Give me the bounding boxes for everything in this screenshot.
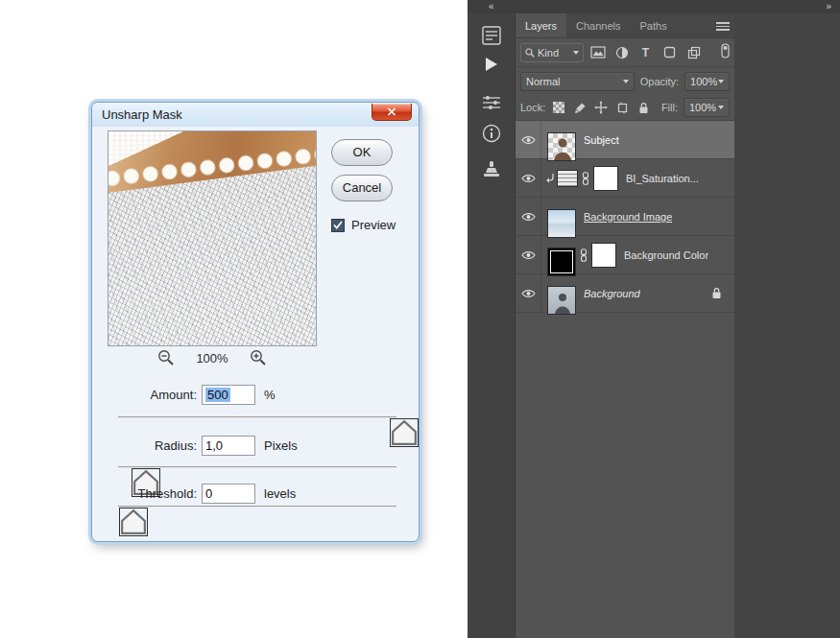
threshold-slider[interactable] [118,501,396,518]
filter-shape-layers-button[interactable] [660,43,680,61]
layer-thumbnail[interactable] [547,209,576,238]
dock-icon-properties[interactable] [468,94,516,111]
fill-dropdown[interactable]: 100% [684,98,730,117]
adjustment-layer-thumbnail[interactable] [557,170,578,187]
preview-image[interactable] [108,130,317,346]
threshold-slider-thumb[interactable] [119,508,148,536]
lock-position-button[interactable] [593,100,609,115]
blend-mode-value: Normal [526,76,560,87]
dock-icon-actions-play[interactable] [468,58,516,71]
layers-panel: Layers Channels Paths Kind [516,13,734,638]
tab-channels[interactable]: Channels [566,13,630,37]
checkmark-icon [333,221,343,229]
dock-icon-info[interactable] [468,123,516,144]
radius-value: 1,0 [205,438,223,453]
brushes-panel-icon [479,23,504,48]
layer-thumbnail[interactable] [547,248,576,276]
amount-field-row: Amount: 500 % [108,385,405,405]
preview-option: Preview [331,218,396,232]
sliders-icon [481,94,502,111]
chevron-down-icon [573,51,579,55]
threshold-unit: levels [264,486,296,501]
layer-lock-indicator[interactable] [711,287,722,299]
amount-slider-track[interactable] [118,416,396,418]
visibility-toggle[interactable] [516,159,541,198]
filter-smart-objects-button[interactable] [684,43,704,61]
tab-layers[interactable]: Layers [516,13,566,37]
filter-kind-dropdown[interactable]: Kind [520,43,584,62]
layer-name[interactable]: Background [584,288,640,299]
lock-pixels-button[interactable] [572,100,588,115]
layer-mask-thumbnail[interactable] [591,243,616,268]
layer-row-background[interactable]: Background [516,274,734,313]
layer-row-background-image[interactable]: Background Image [516,198,734,236]
threshold-label: Threshold: [108,486,197,501]
layer-row-subject[interactable]: Subject [516,121,734,159]
radius-field-row: Radius: 1,0 Pixels [108,436,405,456]
visibility-toggle[interactable] [516,236,541,274]
preview-checkbox-label: Preview [351,218,396,232]
filter-pixel-layers-button[interactable] [588,43,608,61]
preview-checkbox[interactable] [331,219,345,232]
play-icon [486,58,497,71]
zoom-out-icon[interactable] [157,349,175,366]
zoom-controls: 100% [108,348,317,367]
artboard-icon [616,102,629,114]
blend-mode-dropdown[interactable]: Normal [520,72,635,91]
visibility-toggle[interactable] [516,121,541,159]
dock-icon-clone-source[interactable] [468,159,516,180]
amount-slider[interactable] [118,412,396,429]
radius-slider[interactable] [118,461,396,479]
layer-name[interactable]: BI_Saturation... [626,173,699,184]
layer-name[interactable]: Subject [584,134,619,146]
amount-input[interactable]: 500 [202,385,255,405]
lock-artboard-button[interactable] [614,100,630,115]
layer-name[interactable]: Background Color [624,249,708,261]
blend-mode-row: Normal Opacity: 100% [516,67,734,95]
lock-icon [711,287,722,299]
dialog-titlebar[interactable]: Unsharp Mask [92,103,419,127]
panel-menu-icon[interactable] [716,22,730,33]
info-icon [481,123,502,144]
lock-transparency-button[interactable] [551,100,566,115]
move-icon [594,101,608,114]
lock-label: Lock: [520,102,545,113]
collapse-dock-icon[interactable]: « [489,0,494,13]
stamp-icon [481,159,502,180]
radius-input[interactable]: 1,0 [202,436,255,456]
layer-mask-thumbnail[interactable] [593,166,618,191]
link-icon [580,248,588,262]
threshold-value: 0 [205,486,212,501]
opacity-dropdown[interactable]: 100% [684,72,730,91]
threshold-slider-track[interactable] [118,506,396,508]
image-icon [590,46,606,59]
filter-type-layers-button[interactable]: T [636,43,656,61]
dock-icon-brushes[interactable] [468,23,516,48]
filter-adjustment-layers-button[interactable] [612,43,632,61]
screenshot-root: Unsharp Mask OK Cancel Preview [0,0,840,638]
layer-filter-row: Kind T [516,38,734,67]
zoom-in-icon[interactable] [250,349,267,366]
panel-group-header: « » [468,0,840,13]
brush-icon [574,102,587,114]
visibility-toggle[interactable] [516,274,541,313]
lock-all-button[interactable] [636,100,651,115]
zoom-level: 100% [196,351,228,366]
tab-paths[interactable]: Paths [631,13,677,37]
background-silhouette [548,287,576,315]
visibility-toggle[interactable] [516,198,541,236]
layer-row-background-color[interactable]: Background Color [516,236,734,274]
opacity-value: 100% [690,76,717,87]
radius-unit: Pixels [264,438,298,453]
toggle-icon [721,43,730,59]
close-button[interactable] [372,104,412,121]
collapse-panels-icon[interactable]: » [826,0,831,13]
layer-thumbnail[interactable] [547,132,576,161]
layer-row-bi-saturation[interactable]: BI_Saturation... [516,159,734,198]
ok-button[interactable]: OK [331,139,393,166]
filter-on-off-toggle[interactable] [721,43,730,62]
cancel-button[interactable]: Cancel [331,175,393,201]
layer-thumbnail[interactable] [547,286,576,315]
layer-name[interactable]: Background Image [584,211,672,223]
amount-label: Amount: [108,388,197,402]
